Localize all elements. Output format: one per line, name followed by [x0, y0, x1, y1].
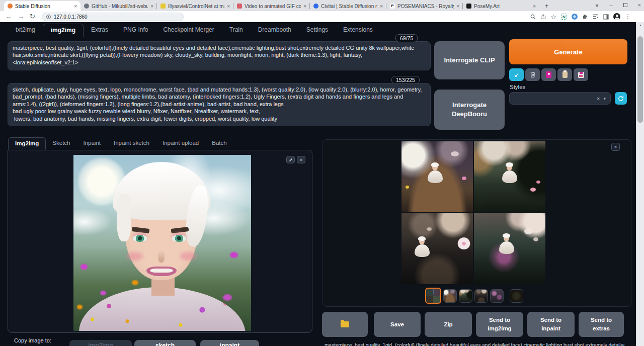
- tab-close-icon[interactable]: ×: [74, 4, 77, 9]
- share-icon[interactable]: [540, 14, 546, 20]
- styles-refresh-button[interactable]: [615, 92, 627, 105]
- gallery-image-4[interactable]: [474, 213, 545, 284]
- styles-caret-icon[interactable]: ▾: [603, 96, 606, 101]
- image-edit-buttons: ×: [286, 156, 305, 163]
- subtab-inpaint[interactable]: Inpaint: [76, 137, 107, 150]
- zoom-icon[interactable]: [530, 14, 536, 20]
- thumbnail-3[interactable]: [459, 289, 472, 303]
- page-scrollbar[interactable]: ▲: [636, 22, 644, 346]
- thumbnail-2[interactable]: [443, 289, 457, 303]
- new-tab-button[interactable]: +: [542, 2, 551, 11]
- tab-settings[interactable]: Settings: [299, 24, 336, 37]
- tab-list-icon[interactable]: [593, 14, 599, 19]
- scrollbar-thumb[interactable]: [637, 36, 643, 123]
- browser-tab-github[interactable]: GitHub - Mikubill/sd-webui-co ×: [80, 1, 157, 11]
- tab-search-icon[interactable]: ∨: [595, 2, 599, 9]
- open-folder-button[interactable]: [322, 312, 368, 337]
- zip-button[interactable]: Zip: [425, 312, 472, 337]
- save-style-button[interactable]: [574, 68, 588, 81]
- bookmark-star-icon[interactable]: ☆: [550, 13, 556, 21]
- tab-checkpoint-merger[interactable]: Checkpoint Merger: [155, 24, 221, 37]
- tab-img2img[interactable]: img2img: [43, 24, 84, 37]
- profile-avatar[interactable]: [613, 13, 620, 20]
- window-maximize-button[interactable]: [623, 3, 627, 7]
- edit-image-button[interactable]: [286, 156, 295, 163]
- prompt-tool-row: ↙: [509, 68, 588, 81]
- negative-prompt-input[interactable]: sketch, duplicate, ugly, huge eyes, text…: [8, 83, 431, 126]
- send-to-extras-button[interactable]: Send to extras: [579, 312, 624, 337]
- side-panel-icon[interactable]: [603, 14, 609, 20]
- styles-clear-icon[interactable]: ×: [597, 96, 600, 102]
- tab-train[interactable]: Train: [222, 24, 251, 37]
- browser-tab-posemaniacs[interactable]: P POSEMANIACS - Royalty free 3 ×: [386, 1, 463, 11]
- img2img-source-panel: ×: [8, 150, 312, 333]
- tab-close-icon[interactable]: ×: [150, 4, 153, 9]
- clipboard-icon: [562, 71, 568, 78]
- gallery-image-3[interactable]: [401, 213, 473, 284]
- posemyart-favicon: [466, 4, 471, 9]
- browser-tab-posemyart[interactable]: PoseMy.Art ×: [463, 1, 539, 11]
- subtab-sketch[interactable]: Sketch: [46, 137, 76, 150]
- interrogate-clip-button[interactable]: Interrogate CLIP: [434, 41, 505, 79]
- scrollbar-up-icon[interactable]: ▲: [636, 22, 644, 29]
- clear-prompt-button[interactable]: [525, 68, 540, 81]
- browser-tab-civitai[interactable]: Civitai | Stable Diffusion model ×: [310, 1, 386, 11]
- extension-blue-icon[interactable]: [572, 14, 578, 20]
- extra-networks-button[interactable]: [541, 68, 556, 81]
- copy-to-sketch-button[interactable]: sketch: [134, 340, 196, 346]
- send-to-inpaint-button[interactable]: Send to inpaint: [527, 312, 575, 337]
- refresh-icon: [618, 96, 624, 102]
- browser-menu-icon[interactable]: ⋮: [625, 13, 631, 20]
- img2img-source-image[interactable]: [73, 155, 251, 331]
- gallery-image-1[interactable]: [401, 141, 473, 212]
- browser-tab-gif-converter[interactable]: Video to animated GIF converter ×: [233, 1, 310, 11]
- browser-tab-controlnet[interactable]: Illyasviel/ControlNet at main ×: [157, 1, 233, 11]
- address-bar[interactable]: 127.0.0.1:7860: [42, 13, 184, 21]
- tab-close-icon[interactable]: ×: [533, 4, 536, 9]
- send-to-img2img-button[interactable]: Send to img2img: [476, 312, 523, 337]
- copy-to-img2img-button: img2img: [69, 340, 132, 346]
- browser-tab-stable-diffusion[interactable]: Stable Diffusion ×: [4, 1, 80, 11]
- tab-extensions[interactable]: Extensions: [336, 24, 380, 37]
- back-icon[interactable]: ←: [6, 12, 12, 22]
- thumbnail-1-selected[interactable]: [425, 288, 441, 304]
- tab-close-icon[interactable]: ×: [303, 4, 306, 9]
- tab-title: PoseMy.Art: [474, 4, 530, 9]
- prompt-input[interactable]: masterpiece, best quality, 1girl, (color…: [8, 41, 431, 70]
- extension-n-icon[interactable]: N: [561, 14, 567, 20]
- tab-close-icon[interactable]: ×: [227, 4, 230, 9]
- reload-icon[interactable]: ↻: [30, 12, 35, 22]
- site-info-icon[interactable]: [46, 15, 51, 19]
- thumbnail-5[interactable]: [490, 289, 504, 303]
- styles-dropdown[interactable]: × ▾: [509, 92, 611, 105]
- subtab-batch[interactable]: Batch: [205, 137, 233, 150]
- gallery-close-button[interactable]: ×: [611, 143, 620, 151]
- subtab-inpaint-sketch[interactable]: Inpaint sketch: [107, 137, 156, 150]
- pencil-icon: [289, 158, 293, 162]
- window-minimize-button[interactable]: –: [609, 2, 612, 8]
- remove-image-button[interactable]: ×: [297, 156, 305, 163]
- subtab-inpaint-upload[interactable]: Inpaint upload: [156, 137, 205, 150]
- gallery-grid-image[interactable]: [401, 141, 545, 284]
- tab-close-icon[interactable]: ×: [380, 4, 383, 9]
- tab-png-info[interactable]: PNG Info: [116, 24, 155, 37]
- tab-txt2img[interactable]: txt2img: [8, 24, 43, 37]
- browser-toolbar: ← → ↻ 127.0.0.1:7860 ☆ N: [0, 11, 644, 22]
- gallery-image-2[interactable]: [474, 141, 545, 212]
- save-button[interactable]: Save: [374, 312, 421, 337]
- interrogate-deepbooru-button[interactable]: Interrogate DeepBooru: [434, 90, 505, 130]
- thumbnail-6[interactable]: [510, 289, 523, 303]
- generate-button[interactable]: Generate: [509, 39, 627, 64]
- civitai-favicon: [313, 4, 318, 9]
- apply-style-button[interactable]: [557, 68, 572, 81]
- tab-close-icon[interactable]: ×: [456, 4, 459, 9]
- extensions-puzzle-icon[interactable]: [582, 14, 588, 20]
- tab-extras[interactable]: Extras: [84, 24, 116, 37]
- window-close-button[interactable]: ×: [638, 2, 641, 8]
- forward-icon[interactable]: →: [18, 12, 24, 22]
- paste-generation-params-button[interactable]: ↙: [509, 68, 524, 81]
- subtab-img2img[interactable]: img2img: [8, 137, 46, 150]
- tab-dreambooth[interactable]: Dreambooth: [251, 24, 299, 37]
- copy-to-inpaint-button[interactable]: inpaint: [200, 340, 259, 346]
- thumbnail-4[interactable]: [474, 289, 488, 303]
